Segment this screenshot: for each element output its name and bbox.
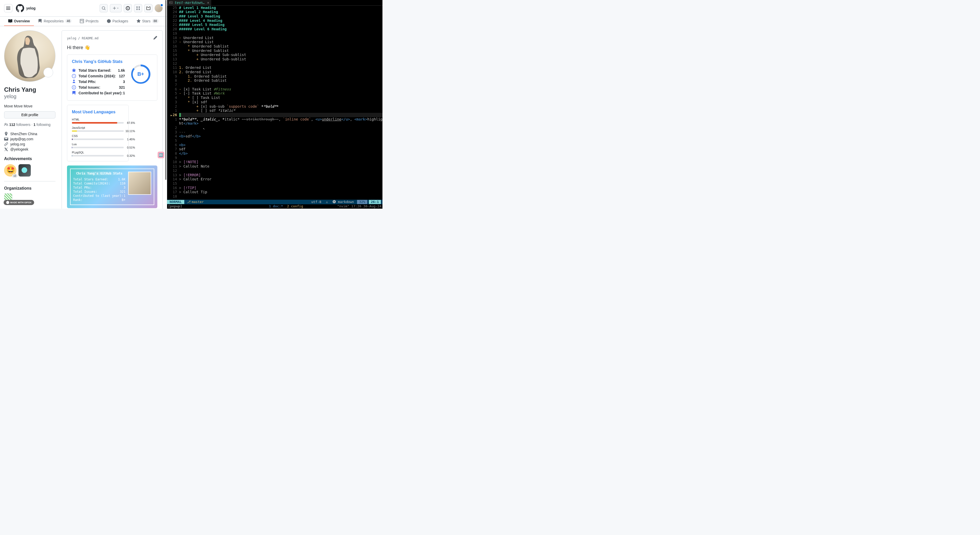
location-row: ShenZhen China: [4, 131, 56, 136]
cursor-position: 26:1: [369, 200, 381, 204]
immersive-translate-badge[interactable]: 🔤: [158, 152, 164, 158]
languages-card: Most Used Languages HTML87.6%JavaScript1…: [67, 105, 129, 161]
pull-requests-button[interactable]: [134, 4, 142, 12]
editor-tab-bar: test-markdown… ✕: [167, 0, 382, 6]
code-body[interactable]: 2524232221201918171615141312111098765432…: [167, 6, 382, 199]
retro-stat-row: Total Commits(2024):110: [73, 181, 126, 185]
tab-projects[interactable]: Projects: [76, 17, 103, 26]
edit-profile-button[interactable]: Edit profile: [4, 111, 56, 118]
editor-pane: test-markdown… ✕ 25242322212019181716151…: [167, 0, 382, 209]
languages-title: Most Used Languages: [72, 110, 124, 114]
achievement-badges: x3: [4, 164, 56, 177]
diagnostics-icon: ⚠: [325, 200, 329, 204]
achievement-starstruck[interactable]: x3: [4, 164, 16, 177]
organizations-heading: Organizations: [4, 186, 56, 191]
github-header: yelog: [0, 0, 167, 17]
retro-stat-row: Contributed to (last year):1: [73, 194, 126, 198]
achievement-arctic[interactable]: [19, 164, 31, 177]
stats-title: Chris Yang's GitHub Stats: [72, 59, 125, 64]
gifox-watermark: MADE WITH GIFOX: [3, 200, 34, 205]
scroll-percent: 32%: [357, 200, 367, 204]
email-row[interactable]: jaytp@qq.com: [4, 136, 56, 142]
svg-point-1: [127, 8, 128, 9]
retro-stats-card: Chris Yang's GitHub Stats Total Stars Ea…: [67, 166, 158, 208]
edit-readme-icon[interactable]: [153, 36, 158, 41]
twitter-row[interactable]: @yelogeek: [4, 147, 56, 152]
editor-tab-active[interactable]: test-markdown… ✕: [167, 0, 211, 5]
stat-row: Total Stars Earned:1.6k: [72, 67, 125, 73]
tab-repositories[interactable]: Repositories 46: [34, 17, 76, 26]
profile-avatar[interactable]: [4, 30, 56, 82]
retro-avatar: [128, 172, 151, 195]
code-area[interactable]: # Level 1 Heading## Level 2 Heading### L…: [179, 6, 382, 199]
grade-ring: B+: [131, 64, 150, 84]
header-username[interactable]: yelog: [26, 6, 36, 10]
readme-path: yelog / README.md: [67, 37, 99, 40]
profile-bio: Move Move Move: [4, 104, 56, 108]
language-row: CSS1.45%: [72, 134, 124, 140]
main-content: yelog / README.md Hi there 👋 Chris Yang'…: [62, 30, 163, 209]
language-row: Lua0.51%: [72, 143, 124, 148]
vim-mode: NORMAL: [167, 200, 184, 204]
language-row: HTML87.6%: [72, 118, 124, 124]
tab-stars[interactable]: Stars 88: [132, 17, 163, 26]
retro-stat-row: Rank:B+: [73, 198, 126, 202]
readme-card: yelog / README.md Hi there 👋 Chris Yang'…: [62, 30, 163, 209]
website-row[interactable]: yelog.org: [4, 142, 56, 147]
git-branch: ⎇ master: [184, 200, 206, 204]
notifications-button[interactable]: [144, 4, 153, 12]
stat-row: Total Commits (2024):127: [72, 73, 125, 79]
issues-button[interactable]: [124, 4, 132, 12]
achievements-heading: Achievements: [4, 157, 56, 161]
hamburger-menu-button[interactable]: [4, 4, 12, 12]
tab-overview[interactable]: Overview: [4, 17, 34, 26]
retro-stat-row: Total Issues:321: [73, 190, 126, 194]
encoding: utf-8: [310, 200, 323, 204]
readme-greeting: Hi there 👋: [67, 45, 158, 50]
line-gutter: 2524232221201918171615141312111098765432…: [167, 6, 179, 199]
status-bar: NORMAL ⎇ master utf-8 ⚠ 🅜 markdown 32% 2…: [167, 200, 382, 204]
profile-details: ShenZhen China jaytp@qq.com yelog.org @y…: [4, 131, 56, 152]
stat-row: Total PRs:3: [72, 79, 125, 85]
retro-stat-row: Total PRs:3: [73, 185, 126, 190]
close-tab-icon[interactable]: ✕: [207, 0, 209, 5]
retro-stat-row: Total Stars Earned:1.6K: [73, 177, 126, 181]
language-row: JavaScript10.11%: [72, 126, 124, 132]
profile-nav-tabs: Overview Repositories 46 Projects Packag…: [0, 17, 167, 26]
github-logo-icon[interactable]: [16, 4, 24, 12]
profile-display-name: Chris Yang: [4, 86, 56, 94]
profile-sidebar: Chris Yang yelog Move Move Move Edit pro…: [4, 30, 56, 209]
stat-row: Total Issues:321: [72, 85, 125, 90]
user-avatar[interactable]: [154, 4, 163, 12]
search-button[interactable]: [100, 4, 108, 12]
filetype: 🅜 markdown: [331, 200, 355, 204]
markdown-icon: [169, 1, 173, 4]
stat-row: Contributed to (last year):1: [72, 90, 125, 96]
tab-packages[interactable]: Packages: [103, 17, 132, 26]
scrollbar[interactable]: [165, 0, 166, 180]
github-stats-card: Chris Yang's GitHub Stats Total Stars Ea…: [67, 54, 158, 101]
profile-username: yelog: [4, 94, 56, 99]
create-new-button[interactable]: [110, 4, 122, 12]
command-line[interactable]: [popup] 1 doc:* 2 config "nvim" 17:26 30…: [167, 204, 382, 209]
language-row: PLpgSQL0.32%: [72, 151, 124, 157]
browser-pane: yelog Overview: [0, 0, 167, 209]
followers-row[interactable]: 112 followers · 1 following: [4, 123, 56, 127]
